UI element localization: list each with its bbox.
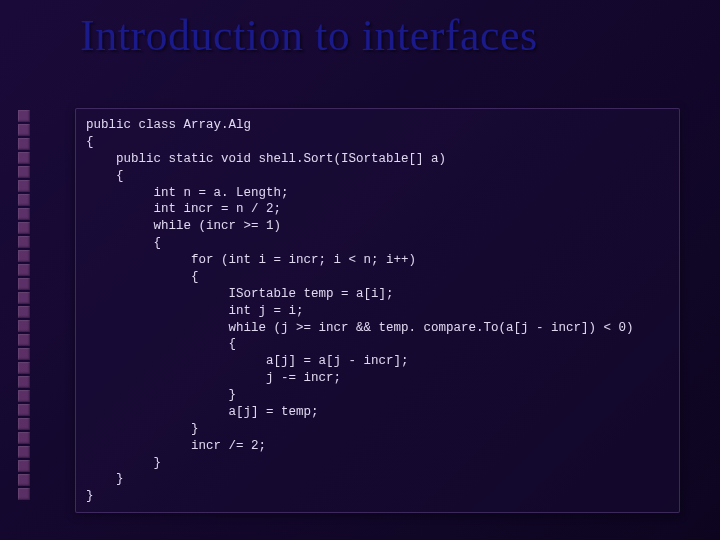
bullet-square-icon: [18, 124, 30, 136]
bullet-square-icon: [18, 474, 30, 486]
bullet-square-icon: [18, 432, 30, 444]
bullet-square-icon: [18, 208, 30, 220]
bullet-square-icon: [18, 194, 30, 206]
code-panel: public class Array.Alg { public static v…: [75, 108, 680, 513]
bullet-square-icon: [18, 180, 30, 192]
bullet-square-icon: [18, 488, 30, 500]
bullet-square-icon: [18, 292, 30, 304]
bullet-square-icon: [18, 334, 30, 346]
bullet-square-icon: [18, 236, 30, 248]
bullet-square-icon: [18, 362, 30, 374]
slide-title: Introduction to interfaces: [80, 10, 538, 61]
bullet-square-icon: [18, 110, 30, 122]
bullet-decoration-column: [18, 110, 36, 510]
bullet-square-icon: [18, 166, 30, 178]
bullet-square-icon: [18, 152, 30, 164]
bullet-square-icon: [18, 250, 30, 262]
bullet-square-icon: [18, 446, 30, 458]
bullet-square-icon: [18, 320, 30, 332]
bullet-square-icon: [18, 278, 30, 290]
bullet-square-icon: [18, 376, 30, 388]
bullet-square-icon: [18, 390, 30, 402]
bullet-square-icon: [18, 460, 30, 472]
bullet-square-icon: [18, 222, 30, 234]
slide: Introduction to interfaces public class …: [0, 0, 720, 540]
bullet-square-icon: [18, 264, 30, 276]
bullet-square-icon: [18, 138, 30, 150]
bullet-square-icon: [18, 418, 30, 430]
code-content: public class Array.Alg { public static v…: [86, 117, 669, 505]
bullet-square-icon: [18, 306, 30, 318]
bullet-square-icon: [18, 404, 30, 416]
bullet-square-icon: [18, 348, 30, 360]
